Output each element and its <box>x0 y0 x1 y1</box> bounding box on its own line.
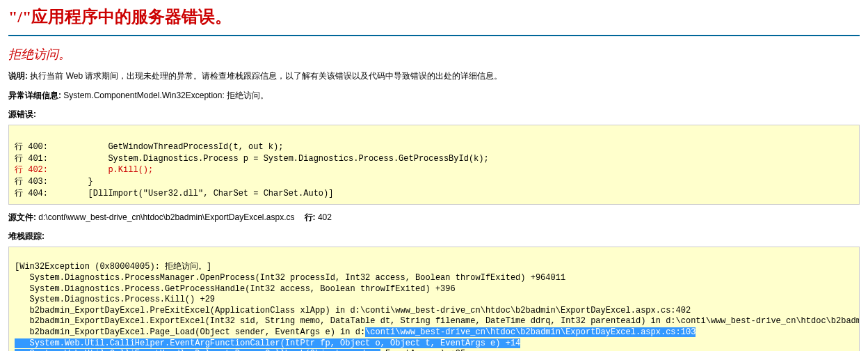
stack-frame-plain: b2badmin_ExportDayExcel.Page_Load(Object… <box>15 327 365 337</box>
source-line-401: 行 401: System.Diagnostics.Process p = Sy… <box>15 154 489 164</box>
stack-trace-label: 堆栈跟踪: <box>8 231 860 242</box>
explanation-label: 说明: <box>8 71 30 81</box>
source-line-402: 行 402: p.Kill(); <box>15 165 153 175</box>
explanation-text: 执行当前 Web 请求期间，出现未处理的异常。请检查堆栈跟踪信息，以了解有关该错… <box>30 71 502 81</box>
source-file-path: d:\conti\www_best-drive_cn\htdoc\b2badmi… <box>38 212 294 222</box>
stack-frame: System.Diagnostics.Process.Kill() +29 <box>15 295 215 304</box>
stack-frame: System.Diagnostics.Process.GetProcessHan… <box>15 284 456 294</box>
exception-text: System.ComponentModel.Win32Exception: 拒绝… <box>63 91 268 100</box>
source-error-code: 行 400: GetWindowThreadProcessId(t, out k… <box>8 125 860 205</box>
error-subtitle: 拒绝访问。 <box>8 46 860 63</box>
source-line-400: 行 400: GetWindowThreadProcessId(t, out k… <box>15 142 283 152</box>
source-line-404: 行 404: [DllImport("User32.dll", CharSet … <box>15 189 333 198</box>
stack-header: [Win32Exception (0x80004005): 拒绝访问。] <box>15 262 211 272</box>
source-error-label: 源错误: <box>8 109 860 120</box>
title-divider <box>8 35 860 36</box>
source-line-number: 402 <box>318 212 332 222</box>
stack-trace-code: [Win32Exception (0x80004005): 拒绝访问。] Sys… <box>8 247 860 351</box>
page-title: "/"应用程序中的服务器错误。 <box>8 6 860 32</box>
source-line-403: 行 403: } <box>15 177 93 187</box>
exception-details-line: 异常详细信息: System.ComponentModel.Win32Excep… <box>8 89 860 102</box>
stack-frame-highlighted: \conti\www_best-drive_cn\htdoc\b2badmin\… <box>365 327 696 337</box>
stack-frame: b2badmin_ExportDayExcel.ExportExcel(Int3… <box>15 316 860 326</box>
source-file-line: 源文件: d:\conti\www_best-drive_cn\htdoc\b2… <box>8 212 860 224</box>
stack-frame: b2badmin_ExportDayExcel.PreExitExcel(App… <box>15 306 691 315</box>
source-file-label: 源文件: <box>8 212 38 222</box>
source-line-label: 行: <box>305 212 318 222</box>
explanation-line: 说明: 执行当前 Web 请求期间，出现未处理的异常。请检查堆栈跟踪信息，以了解… <box>8 70 860 82</box>
stack-frame-highlighted: System.Web.Util.CalliHelper.EventArgFunc… <box>15 338 520 348</box>
stack-frame: System.Diagnostics.ProcessManager.OpenPr… <box>15 273 565 283</box>
exception-label: 异常详细信息: <box>8 91 63 100</box>
